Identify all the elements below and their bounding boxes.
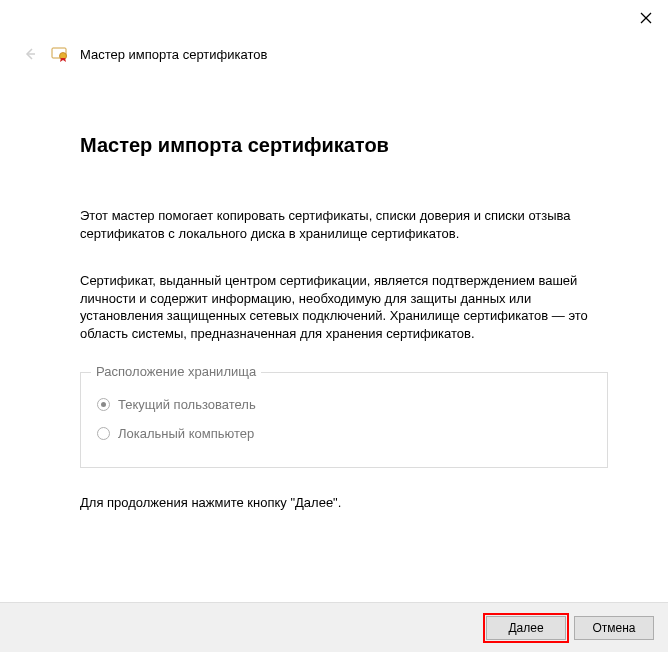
radio-icon [97, 427, 110, 440]
next-button[interactable]: Далее [486, 616, 566, 640]
radio-local-machine: Локальный компьютер [97, 426, 591, 441]
radio-label: Локальный компьютер [118, 426, 254, 441]
radio-label: Текущий пользователь [118, 397, 256, 412]
intro-paragraph-2: Сертификат, выданный центром сертификаци… [80, 272, 608, 342]
back-arrow-icon [23, 47, 37, 61]
header-title: Мастер импорта сертификатов [80, 47, 267, 62]
footer: Далее Отмена [0, 602, 668, 652]
page-title: Мастер импорта сертификатов [80, 134, 608, 157]
header: Мастер импорта сертификатов [0, 40, 668, 64]
content-area: Мастер импорта сертификатов Этот мастер … [0, 64, 668, 512]
radio-icon [97, 398, 110, 411]
radio-current-user: Текущий пользователь [97, 397, 591, 412]
close-button[interactable] [636, 8, 656, 28]
back-button [20, 44, 40, 64]
certificate-icon [50, 44, 70, 64]
store-location-group: Расположение хранилища Текущий пользоват… [80, 372, 608, 468]
intro-paragraph-1: Этот мастер помогает копировать сертифик… [80, 207, 608, 242]
close-icon [640, 12, 652, 24]
continue-hint: Для продолжения нажмите кнопку "Далее". [80, 494, 608, 512]
group-legend: Расположение хранилища [91, 364, 261, 379]
title-bar [0, 0, 668, 40]
cancel-button[interactable]: Отмена [574, 616, 654, 640]
